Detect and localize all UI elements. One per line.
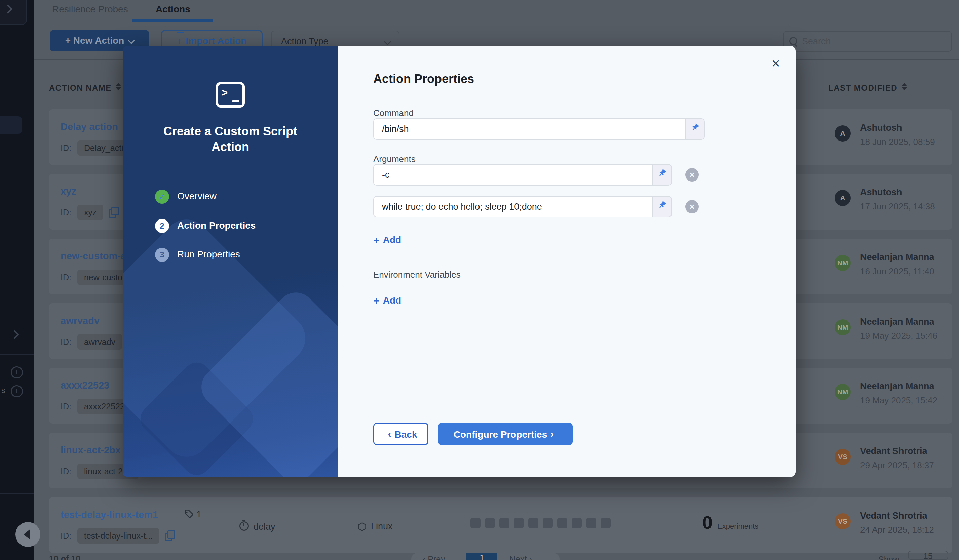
sidebar-item-selected[interactable]: [0, 116, 22, 134]
action-name-link[interactable]: linux-act-2bx: [61, 445, 121, 456]
avatar: A: [835, 126, 851, 142]
action-name-link[interactable]: new-custom-a: [61, 251, 126, 262]
argument-input[interactable]: [373, 196, 652, 218]
pagination: ‹ Prev 1 Next ›: [411, 553, 559, 560]
form-title: Action Properties: [373, 72, 474, 86]
delete-argument-button[interactable]: ×: [685, 168, 699, 181]
info-icon[interactable]: i: [11, 385, 23, 397]
current-page-button[interactable]: 1: [467, 553, 497, 560]
sort-icon[interactable]: [116, 83, 121, 91]
tag-icon: [183, 509, 194, 519]
command-label: Command: [373, 108, 414, 118]
action-id-chip: awrvadv: [77, 334, 122, 350]
avatar: NM: [835, 384, 851, 400]
terminal-icon: >: [216, 82, 245, 108]
argument-field-row: ×: [373, 164, 743, 186]
info-icon[interactable]: i: [11, 366, 23, 379]
chevron-left-icon: ‹: [388, 428, 391, 439]
pagination-range: 10 of 10: [49, 554, 80, 560]
divider: [0, 493, 33, 494]
tags-badge: 1: [183, 509, 201, 520]
action-id-chip: xyz: [77, 205, 104, 220]
id-label: ID:: [61, 208, 71, 217]
avatar: A: [835, 190, 851, 206]
modified-by: Vedant Shrotria: [860, 446, 927, 457]
sidebar-expand-item[interactable]: [11, 331, 18, 338]
command-field-row: [373, 118, 706, 140]
column-header-action-name[interactable]: ACTION NAME: [49, 83, 121, 93]
divider: [0, 354, 33, 355]
id-label: ID:: [61, 337, 71, 347]
next-page-button[interactable]: Next ›: [510, 554, 532, 560]
copy-icon[interactable]: [165, 530, 175, 541]
sidebar-toggle-button[interactable]: [0, 0, 27, 25]
action-name-link[interactable]: test-delay-linux-tem1: [61, 509, 158, 520]
modified-at: 19 May 2025, 15:46: [860, 331, 937, 341]
prev-page-button[interactable]: ‹ Prev: [423, 554, 445, 560]
run-history-bars: [470, 518, 615, 530]
delete-argument-button[interactable]: ×: [685, 200, 699, 213]
copy-icon[interactable]: [108, 207, 119, 217]
modified-by: Neelanjan Manna: [860, 317, 934, 327]
plus-icon: +: [373, 294, 380, 307]
plus-icon: +: [373, 234, 380, 246]
pin-button[interactable]: [652, 196, 672, 218]
action-name-link[interactable]: awrvadv: [61, 315, 100, 326]
id-label: ID:: [61, 402, 71, 411]
tab-resilience-probes[interactable]: Resilience Probes: [52, 4, 128, 15]
modified-by: Ashutosh: [860, 123, 902, 133]
search-icon: [789, 37, 797, 45]
arguments-label: Arguments: [373, 154, 416, 164]
arrow-left-icon: [24, 529, 30, 540]
action-name-link[interactable]: axxx22523: [61, 380, 109, 391]
close-icon[interactable]: ×: [771, 56, 780, 71]
table-row: test-delay-linux-tem11ID:test-delay-linu…: [49, 497, 952, 553]
modified-at: 19 May 2025, 15:42: [860, 395, 937, 406]
id-label: ID:: [61, 143, 71, 153]
modified-at: 18 Jun 2025, 08:59: [860, 137, 935, 147]
pushpin-icon: [657, 169, 667, 178]
pin-button[interactable]: [685, 118, 705, 140]
avatar: VS: [835, 513, 851, 530]
action-name-link[interactable]: Delay action: [61, 121, 118, 132]
chevron-right-icon: [3, 5, 13, 14]
modified-by: Neelanjan Manna: [860, 252, 934, 262]
step-number: 3: [155, 248, 169, 262]
tab-actions[interactable]: Actions: [156, 4, 190, 15]
sidebar-label-fragment: s: [2, 386, 5, 395]
chevron-right-icon: ›: [550, 428, 554, 439]
divider: [33, 22, 959, 22]
step-check-icon: ✓: [155, 189, 169, 204]
wizard-title: Create a Custom Script Action: [146, 124, 314, 154]
action-os-cell: Linux: [357, 521, 393, 532]
search-input[interactable]: [801, 33, 947, 50]
sidebar-collapse-handle[interactable]: [16, 522, 40, 547]
screen: i i s Resilience Probes Actions + New Ac…: [0, 0, 959, 560]
column-header-last-modified[interactable]: LAST MODIFIED: [828, 83, 907, 93]
chevron-right-icon: [10, 330, 19, 339]
pushpin-icon: [690, 123, 700, 132]
step-number: 2: [155, 219, 169, 233]
divider: [0, 319, 33, 319]
command-input[interactable]: [373, 118, 685, 140]
id-label: ID:: [61, 273, 71, 282]
linux-os-icon: [357, 522, 367, 531]
modified-at: 16 Jun 2025, 11:40: [860, 266, 934, 277]
argument-input[interactable]: [373, 164, 652, 186]
chevron-down-icon: [128, 37, 135, 44]
argument-field-row: ×: [373, 196, 743, 218]
add-env-variable-link[interactable]: +Add: [373, 294, 401, 307]
back-button[interactable]: ‹Back: [373, 423, 429, 445]
experiments-count: 0Experiments: [703, 512, 758, 533]
modified-by: Vedant Shrotria: [860, 511, 927, 521]
add-argument-link[interactable]: +Add: [373, 234, 401, 247]
create-action-modal: > Create a Custom Script Action ✓ Overvi…: [123, 46, 796, 477]
configure-properties-button[interactable]: Configure Properties›: [438, 423, 573, 445]
modified-by: Ashutosh: [860, 187, 902, 198]
action-name-link[interactable]: xyz: [61, 186, 76, 197]
pin-button[interactable]: [652, 164, 672, 186]
sort-icon[interactable]: [902, 83, 907, 91]
pushpin-icon: [657, 200, 667, 210]
avatar: VS: [835, 449, 851, 465]
page-size-select[interactable]: 15: [908, 550, 948, 560]
